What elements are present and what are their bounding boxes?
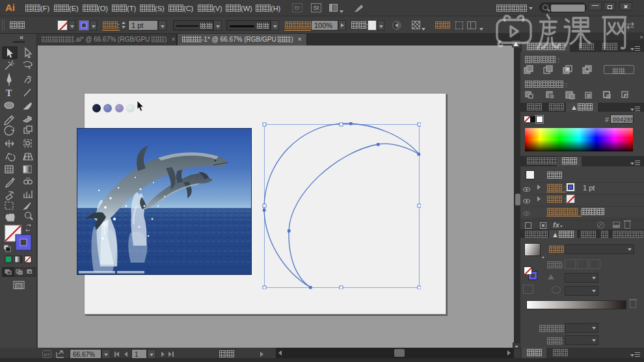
svg-text:«: « [20,34,23,41]
svg-text:T: T [6,88,12,98]
